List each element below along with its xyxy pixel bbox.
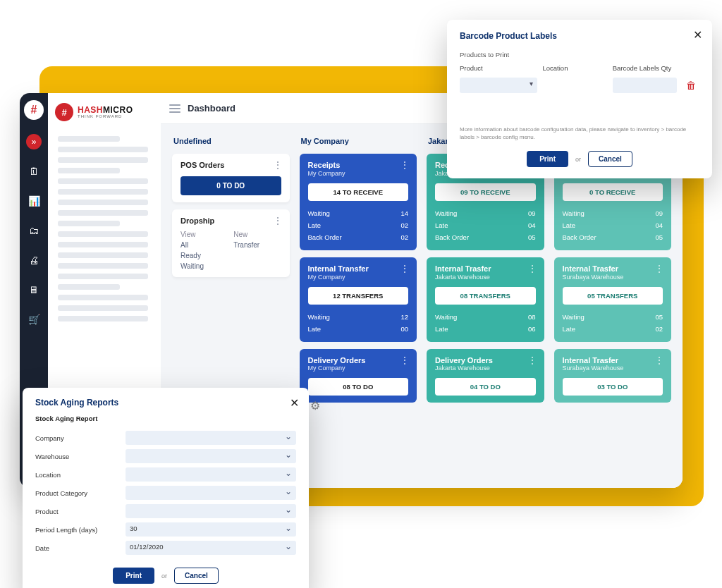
dropship-card[interactable]: ⋮ Dropship View New All Transfer Ready W… xyxy=(172,209,290,277)
more-icon[interactable]: ⋮ xyxy=(273,159,283,171)
monitor-icon[interactable]: 🖥 xyxy=(26,282,42,298)
dialog-title: Barcode Product Labels xyxy=(460,31,699,41)
calendar-icon[interactable]: 🗓 xyxy=(26,164,42,179)
receipts-card[interactable]: ⋮ Receipts My Company 14 TO RECEIVE Wait… xyxy=(300,154,417,250)
date-select[interactable]: 01/12/2020 xyxy=(126,541,296,555)
nav-skeleton xyxy=(58,178,148,184)
nav-skeleton xyxy=(58,231,148,237)
location-select[interactable] xyxy=(126,467,296,482)
col-my-company: My Company ⋮ Receipts My Company 14 TO R… xyxy=(300,134,417,478)
nav-skeleton xyxy=(58,210,148,216)
card-title: POS Orders xyxy=(180,161,281,169)
label-date: Date xyxy=(35,544,120,552)
close-icon[interactable]: ✕ xyxy=(693,28,702,42)
nav-skeleton xyxy=(58,147,148,152)
status-pill[interactable]: 08 TO DO xyxy=(308,378,409,396)
page-title: Dashboard xyxy=(188,103,235,114)
nav-skeleton xyxy=(58,305,148,311)
card-subtitle: My Company xyxy=(308,170,409,177)
delivery-card[interactable]: ⋮ Delivery Orders My Company 08 TO DO xyxy=(300,349,417,403)
product-select[interactable] xyxy=(126,504,296,518)
stock-aging-dialog: ✕ Stock Aging Reports Stock Aging Report… xyxy=(23,388,309,588)
more-icon[interactable]: ⋮ xyxy=(654,263,664,274)
info-text: More information about barcode configura… xyxy=(460,125,699,141)
barcode-dialog: ✕ Barcode Product Labels Products to Pri… xyxy=(447,20,712,178)
print-button[interactable]: Print xyxy=(113,568,154,584)
status-pill[interactable]: 0 TO RECEIVE xyxy=(563,183,663,201)
transfer-card[interactable]: ⋮ Internal Transfer My Company 12 TRANSF… xyxy=(300,257,417,342)
brand-name: HASHMICRO xyxy=(78,106,133,114)
close-icon[interactable]: ✕ xyxy=(290,396,299,410)
print-button[interactable]: Print xyxy=(527,151,568,167)
more-icon[interactable]: ⋮ xyxy=(400,263,410,274)
transfer-card[interactable]: ⋮ Internal Trasfer Surabaya Warehouse 05… xyxy=(554,257,672,342)
company-select[interactable] xyxy=(126,431,296,445)
label-warehouse: Warehouse xyxy=(35,453,120,460)
dialog-title: Stock Aging Reports xyxy=(35,398,296,408)
status-pill[interactable]: 14 TO RECEIVE xyxy=(308,183,409,201)
period-select[interactable]: 30 xyxy=(126,522,296,537)
expand-button[interactable]: » xyxy=(26,134,42,149)
label-company: Company xyxy=(35,434,120,442)
nav-skeleton xyxy=(58,200,148,205)
status-pill[interactable]: 09 TO RECEIVE xyxy=(435,183,536,201)
nav-skeleton xyxy=(58,136,120,142)
col-title: Undefined xyxy=(172,134,290,147)
nav-skeleton xyxy=(58,168,120,173)
transfer-card[interactable]: ⋮ Internal Trasfer Surabaya Warehouse 03… xyxy=(554,349,672,403)
col-head: New xyxy=(233,231,281,238)
category-select[interactable] xyxy=(126,486,296,500)
label-location: Location xyxy=(35,471,120,479)
or-text: or xyxy=(575,156,581,163)
stack-icon[interactable]: 🗂 xyxy=(26,223,42,238)
trash-icon[interactable]: 🗑 xyxy=(683,78,699,93)
product-select[interactable] xyxy=(460,78,537,93)
col-qty: Barcode Labels Qty xyxy=(613,64,677,72)
view-all[interactable]: All xyxy=(180,241,228,249)
more-icon[interactable]: ⋮ xyxy=(527,263,537,274)
warehouse-select[interactable] xyxy=(126,449,296,463)
cancel-button[interactable]: Cancel xyxy=(588,151,632,167)
view-ready[interactable]: Ready xyxy=(180,252,228,259)
status-pill[interactable]: 03 TO DO xyxy=(563,378,663,396)
brand-cloud-icon: # xyxy=(55,103,73,121)
label-product: Product xyxy=(35,508,120,515)
more-icon[interactable]: ⋮ xyxy=(400,159,410,171)
status-pill[interactable]: 12 TRANSFERS xyxy=(308,287,409,305)
gear-icon[interactable]: ⚙ xyxy=(310,399,320,412)
nav-skeleton xyxy=(58,316,148,321)
more-icon[interactable]: ⋮ xyxy=(273,215,283,226)
pos-todo-button[interactable]: 0 TO DO xyxy=(180,176,281,195)
transfer-card[interactable]: ⋮ Internal Trasfer Jakarta Warehouse 08 … xyxy=(427,257,544,342)
dialog-subtitle: Products to Print xyxy=(460,51,699,59)
nav-skeleton xyxy=(58,263,148,269)
status-pill[interactable]: 04 TO DO xyxy=(435,378,536,396)
nav-skeleton xyxy=(58,295,148,300)
col-surabaya: ⋮ Receipts Surabaya Warehouse 0 TO RECEI… xyxy=(554,134,672,478)
cancel-button[interactable]: Cancel xyxy=(174,568,219,584)
label-period: Period Length (days) xyxy=(35,526,120,534)
pos-orders-card[interactable]: ⋮ POS Orders 0 TO DO xyxy=(172,154,290,202)
card-title: Dropship xyxy=(180,216,281,225)
status-pill[interactable]: 05 TRANSFERS xyxy=(563,287,663,305)
form-heading: Stock Aging Report xyxy=(35,415,296,422)
delivery-card[interactable]: ⋮ Delivery Orders Jakarta Warehouse 04 T… xyxy=(427,349,544,403)
col-jakarta: Jakarta ⋮ Receipts Jakarta Warehouse 09 … xyxy=(427,134,544,478)
brand: # HASHMICRO THINK FORWARD xyxy=(48,100,161,131)
print-icon[interactable]: 🖨 xyxy=(26,252,42,268)
nav-skeleton xyxy=(58,221,120,226)
nav-skeleton xyxy=(58,284,120,290)
nav-skeleton xyxy=(58,242,148,247)
chart-icon[interactable]: 📊 xyxy=(26,193,42,209)
col-product: Product xyxy=(460,64,537,72)
qty-input[interactable] xyxy=(613,78,677,93)
logo-icon: # xyxy=(24,100,44,120)
status-pill[interactable]: 08 TRANSFERS xyxy=(435,287,536,305)
nav-skeleton xyxy=(58,274,148,279)
col-location: Location xyxy=(543,64,607,72)
col-head: View xyxy=(180,231,228,238)
cart-icon[interactable]: 🛒 xyxy=(26,312,42,327)
menu-icon[interactable] xyxy=(169,104,180,113)
view-waiting[interactable]: Waiting xyxy=(180,262,228,270)
new-transfer[interactable]: Transfer xyxy=(233,241,281,249)
